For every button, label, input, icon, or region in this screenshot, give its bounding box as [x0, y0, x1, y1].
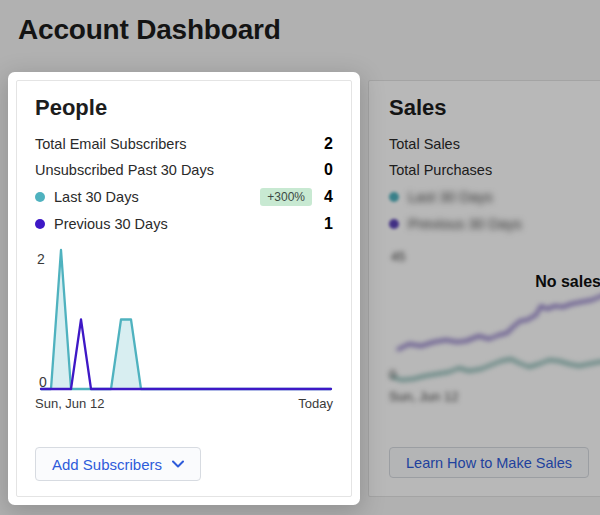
chevron-down-icon [172, 460, 184, 468]
sales-legend-previous-30-days: Previous 30 Days [389, 210, 600, 237]
total-purchases-label: Total Purchases [389, 162, 492, 178]
add-subscribers-button-label: Add Subscribers [52, 456, 162, 473]
sales-card: Sales Total Sales Total Purchases Last 3… [368, 80, 600, 497]
total-sales-row: Total Sales [389, 131, 600, 157]
x-tick-end: Today [298, 396, 333, 411]
add-subscribers-button[interactable]: Add Subscribers [35, 447, 201, 481]
y-tick-bottom: 0 [39, 374, 47, 390]
total-sales-label: Total Sales [389, 136, 460, 152]
sales-purple-dot-icon [389, 219, 399, 229]
legend-last-30-days: Last 30 Days +300% 4 [35, 183, 333, 210]
sales-purple-line [397, 285, 600, 350]
people-card: People Total Email Subscribers 2 Unsubsc… [16, 80, 352, 497]
subscribers-chart: 2 0 Sun, Jun 12 Today [35, 242, 333, 411]
teal-series-dot-icon [35, 192, 45, 202]
legend-last-30-days-label: Last 30 Days [54, 189, 260, 205]
sales-card-title: Sales [389, 95, 600, 121]
purple-series-dot-icon [35, 219, 45, 229]
unsubscribed-row: Unsubscribed Past 30 Days 0 [35, 157, 333, 183]
unsubscribed-label: Unsubscribed Past 30 Days [35, 162, 214, 178]
growth-badge: +300% [260, 188, 312, 206]
learn-button-label: Learn How to Make Sales [406, 455, 572, 471]
legend-previous-30-days: Previous 30 Days 1 [35, 210, 333, 237]
total-email-subscribers-value: 2 [324, 135, 333, 153]
sales-teal-dot-icon [389, 192, 399, 202]
x-tick-start: Sun, Jun 12 [35, 396, 104, 411]
sales-legend-last-30-days-label: Last 30 Days [408, 189, 600, 205]
total-email-subscribers-row: Total Email Subscribers 2 [35, 131, 333, 157]
total-email-subscribers-label: Total Email Subscribers [35, 136, 187, 152]
chart-plot-area [41, 250, 331, 389]
unsubscribed-value: 0 [324, 161, 333, 179]
y-tick-top: 2 [37, 251, 45, 267]
sales-legend-previous-30-days-label: Previous 30 Days [408, 216, 600, 232]
people-card-title: People [35, 95, 333, 121]
sales-teal-line [391, 359, 600, 380]
total-purchases-row: Total Purchases [389, 157, 600, 183]
previous-30-days-value: 1 [321, 215, 333, 233]
subscribers-chart-svg: 2 0 [35, 242, 335, 394]
sales-chart-blurred-svg [389, 243, 600, 393]
no-sales-message: No sales yet. [535, 273, 600, 291]
sales-chart: 45 No sales yet. 0 Sun, Jun 12 [389, 243, 600, 405]
chart-x-axis-labels: Sun, Jun 12 Today [35, 396, 333, 411]
sales-x-tick-start: Sun, Jun 12 [389, 389, 458, 404]
legend-previous-30-days-label: Previous 30 Days [54, 216, 321, 232]
learn-how-to-make-sales-button[interactable]: Learn How to Make Sales [389, 447, 589, 478]
sales-y-tick-bottom: 0 [389, 367, 396, 382]
page-title: Account Dashboard [18, 14, 281, 46]
sales-legend-last-30-days: Last 30 Days [389, 183, 600, 210]
last-30-days-value: 4 [321, 188, 333, 206]
